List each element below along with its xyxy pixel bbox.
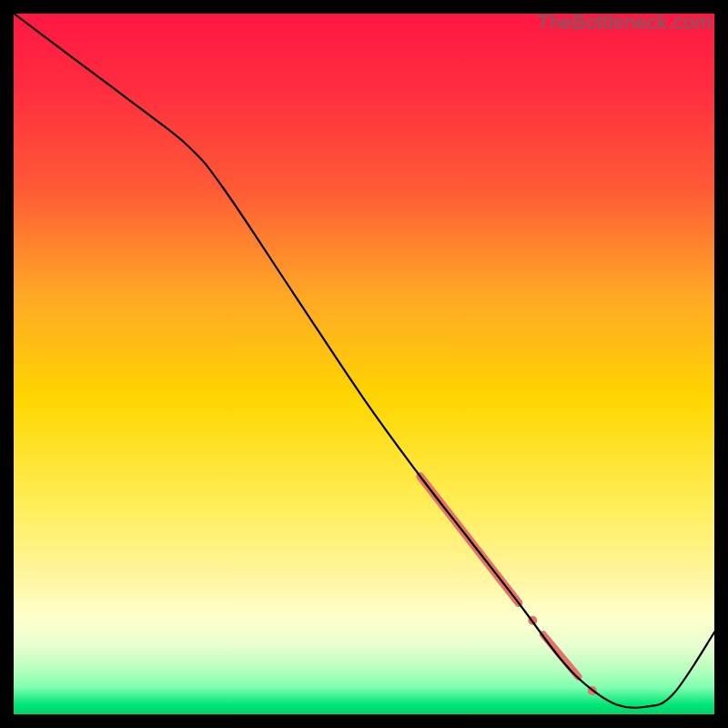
chart-svg [13, 13, 715, 715]
chart-frame: TheBottleneck.com [13, 13, 715, 715]
watermark-text: TheBottleneck.com [537, 11, 712, 35]
chart-background [13, 13, 715, 715]
